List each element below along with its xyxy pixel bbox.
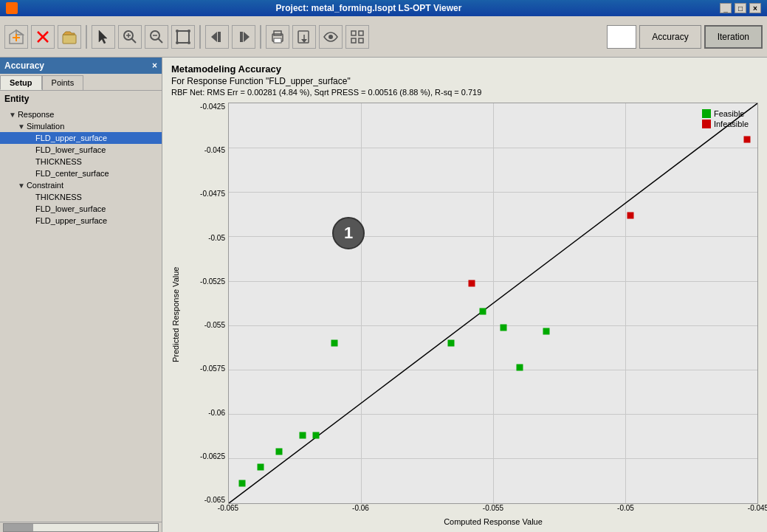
- toolbar: Accuracy Iteration: [0, 16, 767, 58]
- svg-rect-33: [359, 31, 363, 35]
- data-point-12: [627, 212, 634, 218]
- zoom-in-button[interactable]: [118, 25, 142, 49]
- x-tick-3: -0.05: [617, 504, 634, 512]
- x-axis-label: Computed Response Value: [228, 517, 758, 526]
- chart-plot-area: -0.0425 -0.045 -0.0475 -0.05 -0.0525 -0.…: [188, 103, 758, 504]
- chart-container: 1 Predicted Response Value -0.0425 -0.04…: [171, 103, 758, 526]
- maximize-button[interactable]: □: [735, 3, 746, 13]
- y-tick-6: -0.0575: [188, 365, 225, 373]
- svg-line-14: [158, 38, 162, 43]
- entity-tree: ▼ Response ▼ Simulation FLD_upper_surfac…: [0, 107, 162, 522]
- data-point-2: [276, 448, 283, 455]
- svg-point-20: [188, 41, 190, 44]
- svg-rect-34: [351, 38, 356, 43]
- data-point-3: [300, 432, 306, 438]
- zoom-out-button[interactable]: [145, 25, 168, 49]
- panel-close-button[interactable]: ×: [152, 61, 157, 71]
- simulation-arrow: ▼: [18, 122, 25, 131]
- app-icon: [6, 2, 18, 14]
- plot-canvas: Feasible Infeasible: [228, 103, 758, 504]
- iteration-controls: Accuracy Iteration: [607, 25, 763, 49]
- y-tick-4: -0.0525: [188, 277, 225, 286]
- fld-lower-surface-constraint-label: FLD_lower_surface: [35, 204, 106, 213]
- panel-title: Accuracy: [4, 61, 44, 71]
- y-tick-1: -0.045: [188, 146, 225, 154]
- svg-line-10: [131, 38, 136, 43]
- svg-rect-32: [351, 31, 356, 35]
- data-point-10: [516, 364, 523, 370]
- grid-button[interactable]: [345, 25, 369, 49]
- export-button[interactable]: [292, 25, 316, 49]
- data-point-7: [479, 308, 486, 314]
- chart-stats: RBF Net: RMS Err = 0.00281 (4.84 %), Sqr…: [171, 88, 758, 97]
- tree-item-fld-lower-surface-constraint[interactable]: FLD_lower_surface: [0, 203, 162, 215]
- prev-button[interactable]: [205, 25, 229, 49]
- data-point-0: [238, 480, 245, 486]
- svg-rect-16: [177, 31, 189, 43]
- response-label: Response: [18, 110, 55, 119]
- infeasible-legend-label: Infeasible: [714, 120, 749, 128]
- y-tick-0: -0.0425: [188, 103, 225, 111]
- entity-label: Entity: [0, 91, 162, 107]
- chart-legend: Feasible Infeasible: [702, 109, 749, 130]
- fld-lower-surface-label: FLD_lower_surface: [35, 145, 106, 154]
- minimize-button[interactable]: _: [720, 3, 732, 13]
- svg-point-31: [329, 35, 333, 39]
- tree-item-fld-center-surface[interactable]: FLD_center_surface: [0, 167, 162, 179]
- accuracy-button[interactable]: Accuracy: [639, 25, 701, 49]
- new-button[interactable]: [4, 25, 28, 49]
- y-tick-2: -0.0475: [188, 190, 225, 198]
- tree-item-fld-lower-surface[interactable]: FLD_lower_surface: [0, 144, 162, 156]
- y-tick-5: -0.055: [188, 321, 225, 329]
- open-button[interactable]: [58, 25, 81, 49]
- panel-header: Accuracy ×: [0, 58, 162, 74]
- feasible-color-swatch: [702, 109, 711, 118]
- tree-item-response[interactable]: ▼ Response: [0, 108, 162, 120]
- tree-item-constraint[interactable]: ▼ Constraint: [0, 179, 162, 191]
- tree-item-thickness[interactable]: THICKNESS: [0, 156, 162, 167]
- scrollbar-thumb[interactable]: [4, 524, 33, 531]
- tab-points[interactable]: Points: [42, 75, 84, 90]
- scrollbar-track[interactable]: [3, 523, 159, 532]
- svg-rect-22: [218, 32, 221, 42]
- separator-1: [86, 25, 87, 49]
- delete-button[interactable]: [31, 25, 55, 49]
- iteration-box: [607, 25, 636, 49]
- chart-main: -0.0425 -0.045 -0.0475 -0.05 -0.0525 -0.…: [188, 103, 758, 526]
- view-button[interactable]: [319, 25, 343, 49]
- svg-marker-2: [16, 30, 23, 35]
- x-ticks-area: -0.065 -0.06 -0.055 -0.05 -0.045: [228, 504, 758, 516]
- horizontal-scrollbar[interactable]: [0, 522, 162, 532]
- svg-marker-23: [244, 32, 250, 42]
- svg-point-19: [176, 41, 179, 44]
- iteration-button[interactable]: Iteration: [704, 25, 763, 49]
- tree-item-thickness-constraint[interactable]: THICKNESS: [0, 191, 162, 203]
- feasible-legend-label: Feasible: [714, 109, 745, 118]
- chart-area: Metamodeling Accuracy For Response Funct…: [162, 58, 767, 532]
- print-button[interactable]: [266, 25, 289, 49]
- legend-infeasible: Infeasible: [702, 120, 749, 128]
- tab-setup[interactable]: Setup: [0, 75, 42, 90]
- grid-v-1: [493, 103, 494, 503]
- cursor-button[interactable]: [92, 25, 115, 49]
- svg-marker-21: [211, 32, 217, 42]
- data-point-5: [331, 340, 338, 347]
- y-ticks: -0.0425 -0.045 -0.0475 -0.05 -0.0525 -0.…: [188, 103, 228, 504]
- y-tick-3: -0.05: [188, 234, 225, 242]
- grid-v-2: [625, 103, 626, 503]
- titlebar-title: Project: metal_forming.lsopt LS-OPT View…: [18, 3, 720, 13]
- annotation-circle: 1: [332, 217, 365, 249]
- data-point-1: [257, 464, 264, 471]
- data-point-13: [743, 136, 750, 142]
- separator-2: [199, 25, 201, 49]
- data-point-6: [447, 340, 454, 347]
- next-button[interactable]: [232, 25, 255, 49]
- svg-rect-35: [359, 38, 363, 43]
- tree-item-fld-upper-surface-constraint[interactable]: FLD_upper_surface: [0, 215, 162, 227]
- tree-item-fld-upper-surface[interactable]: FLD_upper_surface: [0, 132, 162, 144]
- tree-item-simulation[interactable]: ▼ Simulation: [0, 120, 162, 132]
- panel-tabs: Setup Points: [0, 74, 162, 91]
- close-button[interactable]: ×: [749, 3, 761, 13]
- zoom-rect-button[interactable]: [171, 25, 195, 49]
- svg-rect-7: [63, 35, 76, 44]
